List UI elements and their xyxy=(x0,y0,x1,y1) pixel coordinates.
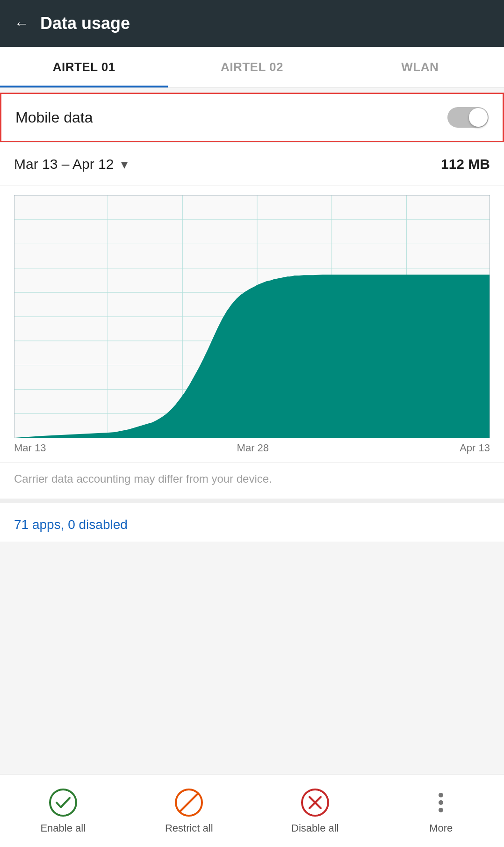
data-chart xyxy=(14,195,490,438)
more-button[interactable]: More xyxy=(378,775,504,847)
restrict-all-label: Restrict all xyxy=(165,822,213,834)
data-amount: 112 MB xyxy=(441,156,490,172)
date-range-row[interactable]: Mar 13 – Apr 12 ▾ 112 MB xyxy=(0,143,504,185)
restrict-all-button[interactable]: Restrict all xyxy=(126,775,252,847)
bottom-action-bar: Enable all Restrict all Disable all xyxy=(0,774,504,847)
svg-point-23 xyxy=(439,808,443,812)
enable-all-icon xyxy=(48,788,78,818)
more-label: More xyxy=(429,822,453,834)
more-icon xyxy=(426,788,456,818)
enable-all-label: Enable all xyxy=(40,822,86,834)
page-title: Data usage xyxy=(40,14,130,33)
svg-marker-14 xyxy=(14,275,490,438)
chart-label-end: Apr 13 xyxy=(460,442,490,454)
enable-all-button[interactable]: Enable all xyxy=(0,775,126,847)
chevron-down-icon: ▾ xyxy=(121,157,128,172)
toggle-knob xyxy=(469,108,488,127)
header: ← Data usage xyxy=(0,0,504,47)
chart-label-mid: Mar 28 xyxy=(237,442,269,454)
chart-labels: Mar 13 Mar 28 Apr 13 xyxy=(14,438,490,458)
svg-point-21 xyxy=(439,793,443,797)
mobile-data-toggle[interactable] xyxy=(447,107,489,128)
disable-all-icon xyxy=(300,788,330,818)
back-button[interactable]: ← xyxy=(14,15,29,32)
restrict-all-icon xyxy=(174,788,204,818)
date-range-left: Mar 13 – Apr 12 ▾ xyxy=(14,156,128,172)
disable-all-label: Disable all xyxy=(291,822,339,834)
chart-label-start: Mar 13 xyxy=(14,442,46,454)
apps-summary: 71 apps, 0 disabled xyxy=(0,503,504,542)
svg-point-22 xyxy=(439,800,443,805)
section-divider xyxy=(0,499,504,503)
tab-airtel01[interactable]: AIRTEL 01 xyxy=(0,47,168,87)
svg-line-17 xyxy=(180,794,197,811)
disable-all-button[interactable]: Disable all xyxy=(252,775,378,847)
chart-wrapper xyxy=(14,195,490,438)
tab-wlan[interactable]: WLAN xyxy=(336,47,504,87)
svg-point-15 xyxy=(50,789,76,816)
tabs-container: AIRTEL 01 AIRTEL 02 WLAN xyxy=(0,47,504,88)
mobile-data-row: Mobile data xyxy=(0,93,504,142)
date-range-text: Mar 13 – Apr 12 xyxy=(14,156,114,172)
carrier-notice: Carrier data accounting may differ from … xyxy=(0,463,504,499)
chart-container: Mar 13 Mar 28 Apr 13 xyxy=(0,186,504,463)
mobile-data-label: Mobile data xyxy=(15,109,93,126)
tab-airtel02[interactable]: AIRTEL 02 xyxy=(168,47,336,87)
